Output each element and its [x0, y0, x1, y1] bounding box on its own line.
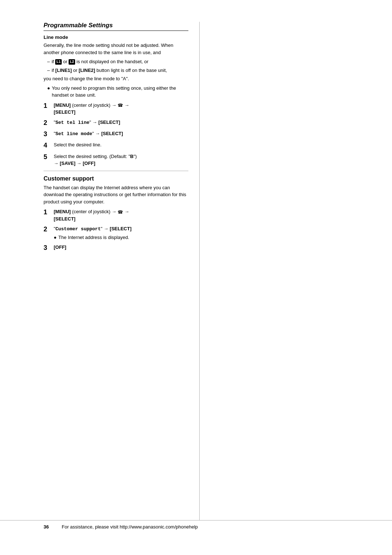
customer-support-heading: Customer support — [44, 175, 188, 182]
cs-step-2-content: "Customer support" → [SELECT] ● The Inte… — [54, 225, 131, 241]
page: Programmable Settings Line mode Generall… — [0, 0, 392, 555]
bullet-item-program: ● You only need to program this setting … — [47, 85, 188, 99]
step-4-content: Select the desired line. — [54, 141, 102, 149]
right-column — [200, 22, 348, 520]
cs-step-3: 3 [OFF] — [44, 244, 188, 252]
set-line-mode-label: Set line mode — [56, 131, 92, 137]
joystick-label-1: (center of joystick) → ☎ → — [72, 102, 129, 108]
step-5-content: Select the desired setting. (Default: "B… — [54, 153, 137, 167]
line-mode-intro: Generally, the line mode setting should … — [44, 42, 188, 56]
cs-step-number-3: 3 — [44, 244, 52, 252]
cs-step-number-1: 1 — [44, 208, 52, 216]
cs-step-1: 1 [MENU] (center of joystick) → ☎ → [SEL… — [44, 208, 188, 222]
dash-symbol-1: – — [47, 58, 50, 65]
dash-item-1: – if L1 or L2 is not displayed on the ha… — [47, 58, 188, 65]
line-mode-heading: Line mode — [44, 35, 188, 40]
dash-item-2-text: if [LINE1] or [LINE2] button light is of… — [52, 67, 167, 74]
select-label-2: [SELECT] — [98, 119, 120, 125]
left-column: Programmable Settings Line mode Generall… — [44, 22, 200, 520]
l1-badge: L1 — [55, 59, 62, 65]
step-1-content: [MENU] (center of joystick) → ☎ → [SELEC… — [54, 102, 129, 116]
bullet-item-text: You only need to program this setting on… — [52, 85, 188, 99]
step-number-2: 2 — [44, 119, 52, 127]
line-mode-step-5: 5 Select the desired setting. (Default: … — [44, 153, 188, 167]
l2-badge: L2 — [69, 59, 75, 65]
cs-step-1-content: [MENU] (center of joystick) → ☎ → [SELEC… — [54, 208, 129, 222]
content-area: Programmable Settings Line mode Generall… — [0, 22, 392, 520]
off-label-1: [OFF] — [83, 161, 95, 166]
cs-bullet-symbol: ● — [54, 234, 57, 241]
section-divider — [44, 171, 188, 171]
line1-label: [LINE1] — [55, 68, 72, 73]
customer-support-intro: The handset can display the Internet add… — [44, 184, 188, 206]
step-number-4: 4 — [44, 141, 52, 150]
cs-menu-label: [MENU] — [54, 209, 71, 214]
bullet-symbol: ● — [47, 85, 50, 92]
step-number-3: 3 — [44, 130, 52, 138]
dash-item-2: – if [LINE1] or [LINE2] button light is … — [47, 67, 188, 74]
dash-symbol-2: – — [47, 67, 50, 74]
cs-select-label-2: [SELECT] — [110, 226, 131, 231]
set-tel-line-label: Set tel line — [56, 120, 90, 125]
line-mode-step-2: 2 "Set tel line" → [SELECT] — [44, 119, 188, 127]
step-number-1: 1 — [44, 102, 52, 110]
section-title: Programmable Settings — [44, 22, 188, 31]
step-number-5: 5 — [44, 153, 52, 161]
line-mode-step-1: 1 [MENU] (center of joystick) → ☎ → [SEL… — [44, 102, 188, 116]
select-label-1: [SELECT] — [54, 109, 75, 115]
cs-step-2: 2 "Customer support" → [SELECT] ● The In… — [44, 225, 188, 241]
dash-item-1-text: if L1 or L2 is not displayed on the hand… — [52, 58, 148, 65]
cs-select-label-1: [SELECT] — [54, 216, 75, 222]
cs-step-3-content: [OFF] — [54, 244, 66, 251]
mode-change-text: you need to change the line mode to "A". — [44, 75, 188, 82]
cs-step-number-2: 2 — [44, 225, 52, 234]
cs-joystick-label: (center of joystick) → ☎ → — [72, 209, 129, 214]
footer-text: For assistance, please visit http://www.… — [62, 524, 198, 530]
select-label-3: [SELECT] — [101, 131, 123, 136]
cs-internet-text: The Internet address is displayed. — [58, 234, 129, 241]
line2-label: [LINE2] — [79, 68, 95, 73]
phone-icon-2: ☎ — [118, 209, 123, 215]
default-b: B — [130, 154, 134, 159]
line-mode-step-3: 3 "Set line mode" → [SELECT] — [44, 130, 188, 138]
menu-label-1: [MENU] — [54, 102, 71, 108]
phone-icon-1: ☎ — [118, 102, 123, 109]
line-mode-step-4: 4 Select the desired line. — [44, 141, 188, 150]
step-3-content: "Set line mode" → [SELECT] — [54, 130, 123, 138]
page-number: 36 — [44, 524, 58, 530]
cs-off-label: [OFF] — [54, 244, 66, 250]
save-label: [SAVE] — [60, 161, 75, 166]
step-2-content: "Set tel line" → [SELECT] — [54, 119, 120, 126]
footer: 36 For assistance, please visit http://w… — [0, 520, 392, 533]
customer-support-menu-label: Customer support — [56, 226, 101, 232]
